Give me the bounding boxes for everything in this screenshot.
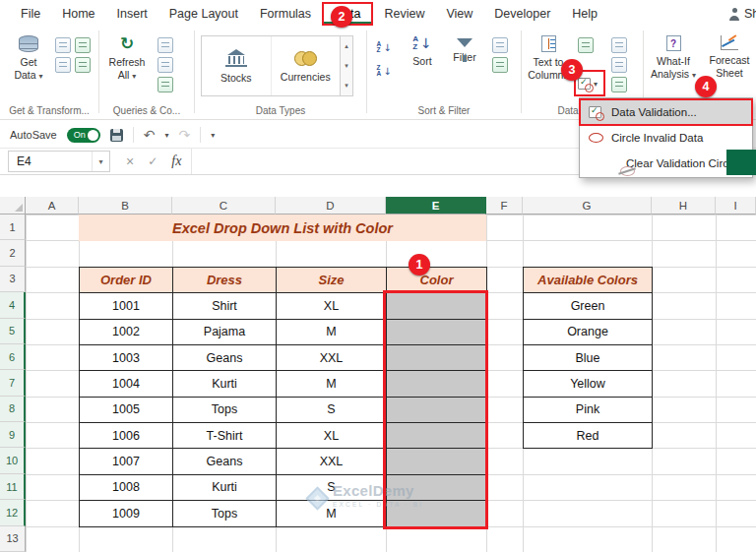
- tab-help[interactable]: Help: [561, 0, 608, 28]
- table-cell[interactable]: 1007: [80, 449, 173, 474]
- table-cell[interactable]: Pink: [524, 397, 653, 422]
- save-icon[interactable]: [110, 129, 123, 142]
- name-box[interactable]: E4 ▾: [8, 151, 110, 172]
- enter-icon[interactable]: ✓: [148, 154, 158, 168]
- get-data-button[interactable]: Get Data ▾: [6, 32, 51, 103]
- customize-toolbar-icon[interactable]: ▾: [211, 131, 215, 140]
- undo-dropdown-arrow-icon[interactable]: ▾: [164, 131, 168, 140]
- table-cell[interactable]: 1001: [80, 293, 173, 319]
- table-cell[interactable]: Geans: [173, 344, 277, 370]
- table-header-cell-size[interactable]: Size: [277, 267, 387, 292]
- reapply-filter-icon[interactable]: [492, 57, 508, 73]
- row-header-6[interactable]: 6: [0, 344, 26, 370]
- edit-links-icon[interactable]: [158, 77, 173, 92]
- column-header-g[interactable]: G: [523, 197, 652, 215]
- table-cell[interactable]: XXL: [277, 344, 387, 370]
- select-all-button[interactable]: [0, 197, 26, 215]
- table-cell[interactable]: 1002: [80, 319, 173, 344]
- table-cell[interactable]: 1009: [80, 501, 173, 526]
- table-cell[interactable]: 1004: [80, 371, 173, 397]
- row-header-2[interactable]: 2: [0, 240, 26, 266]
- cancel-icon[interactable]: ×: [126, 153, 134, 169]
- stocks-button[interactable]: Stocks: [202, 36, 271, 95]
- consolidate-icon[interactable]: [611, 57, 627, 73]
- row-header-11[interactable]: 11: [0, 474, 26, 500]
- tab-insert[interactable]: Insert: [106, 0, 158, 28]
- menu-item-data-validation[interactable]: Data Validation...: [580, 99, 752, 125]
- table-cell[interactable]: 1006: [80, 423, 173, 449]
- from-table-range-icon[interactable]: [55, 57, 71, 73]
- table-cell[interactable]: 1003: [80, 344, 173, 370]
- column-header-h[interactable]: H: [652, 197, 716, 215]
- table-cell[interactable]: Kurti: [173, 371, 277, 397]
- gallery-down-icon[interactable]: ▾: [345, 62, 348, 70]
- row-header-7[interactable]: 7: [0, 370, 26, 396]
- table-header-cell-available-colors[interactable]: Available Colors: [524, 267, 653, 292]
- row-header-8[interactable]: 8: [0, 397, 26, 422]
- row-header-1[interactable]: 1: [0, 215, 26, 240]
- from-text-csv-icon[interactable]: [55, 37, 71, 53]
- table-cell[interactable]: S: [277, 397, 387, 422]
- row-header-3[interactable]: 3: [0, 267, 26, 292]
- autosave-toggle[interactable]: On: [67, 128, 100, 143]
- gallery-up-icon[interactable]: ▴: [345, 42, 348, 50]
- row-header-12[interactable]: 12: [0, 500, 26, 525]
- table-cell[interactable]: M: [277, 371, 387, 397]
- remove-duplicates-icon[interactable]: [611, 37, 627, 53]
- column-header-c[interactable]: C: [172, 197, 276, 215]
- table-cell[interactable]: Yellow: [524, 371, 653, 397]
- tab-home[interactable]: Home: [51, 0, 105, 28]
- menu-item-circle-invalid-data[interactable]: Circle Invalid Data: [580, 125, 752, 151]
- insert-function-button[interactable]: fx: [171, 153, 181, 169]
- relationships-icon[interactable]: [611, 77, 627, 92]
- column-header-d[interactable]: D: [276, 197, 386, 215]
- what-if-analysis-button[interactable]: ? What-If Analysis ▾: [646, 32, 701, 103]
- row-header-5[interactable]: 5: [0, 319, 26, 344]
- from-web-icon[interactable]: [75, 37, 91, 53]
- table-cell[interactable]: Blue: [524, 344, 653, 370]
- table-cell[interactable]: XL: [277, 293, 387, 319]
- table-header-cell-color[interactable]: Color: [387, 267, 487, 292]
- sort-descending-button[interactable]: ZA ↓: [371, 60, 397, 82]
- column-header-i[interactable]: I: [716, 197, 756, 215]
- table-cell[interactable]: XL: [277, 423, 387, 449]
- undo-icon[interactable]: ↶: [144, 127, 156, 143]
- table-cell[interactable]: Red: [524, 423, 653, 449]
- queries-connections-icon[interactable]: [158, 37, 173, 53]
- gallery-more-icon[interactable]: ▾: [345, 82, 348, 90]
- recent-sources-icon[interactable]: [75, 57, 91, 73]
- table-cell[interactable]: Tops: [173, 501, 277, 526]
- table-cell[interactable]: XXL: [277, 449, 387, 474]
- row-header-13[interactable]: 13: [0, 526, 26, 552]
- sheet-title-cell[interactable]: Excel Drop Down List with Color: [79, 215, 486, 241]
- row-header-4[interactable]: 4: [0, 292, 26, 318]
- table-cell[interactable]: Orange: [524, 319, 653, 344]
- tab-review[interactable]: Review: [373, 0, 435, 28]
- table-cell[interactable]: M: [277, 319, 387, 344]
- table-header-cell-order-id[interactable]: Order ID: [80, 267, 173, 292]
- share-button[interactable]: Sh: [728, 0, 756, 28]
- table-cell[interactable]: Green: [524, 293, 653, 319]
- sort-ascending-button[interactable]: AZ ↓: [371, 36, 397, 58]
- column-header-b[interactable]: B: [79, 197, 172, 215]
- sort-button[interactable]: AZ ↓ Sort: [402, 32, 443, 103]
- table-cell[interactable]: Geans: [173, 449, 277, 474]
- clear-filter-icon[interactable]: [492, 37, 508, 53]
- currencies-button[interactable]: Currencies: [271, 36, 341, 95]
- column-header-a[interactable]: A: [26, 197, 79, 215]
- tab-page-layout[interactable]: Page Layout: [158, 0, 249, 28]
- row-header-9[interactable]: 9: [0, 422, 26, 448]
- column-header-e[interactable]: E: [386, 197, 486, 215]
- tab-file[interactable]: File: [10, 0, 51, 28]
- gallery-scroll[interactable]: ▴ ▾ ▾: [341, 35, 353, 96]
- tab-formulas[interactable]: Formulas: [249, 0, 322, 28]
- tab-view[interactable]: View: [435, 0, 483, 28]
- table-cell[interactable]: Kurti: [173, 474, 277, 500]
- filter-button[interactable]: Filter: [445, 32, 484, 103]
- table-cell[interactable]: T-Shirt: [173, 423, 277, 449]
- row-header-10[interactable]: 10: [0, 448, 26, 473]
- redo-icon[interactable]: ↷: [178, 127, 190, 143]
- table-cell[interactable]: 1008: [80, 474, 173, 500]
- column-header-f[interactable]: F: [486, 197, 523, 215]
- table-cell[interactable]: Pajama: [173, 319, 277, 344]
